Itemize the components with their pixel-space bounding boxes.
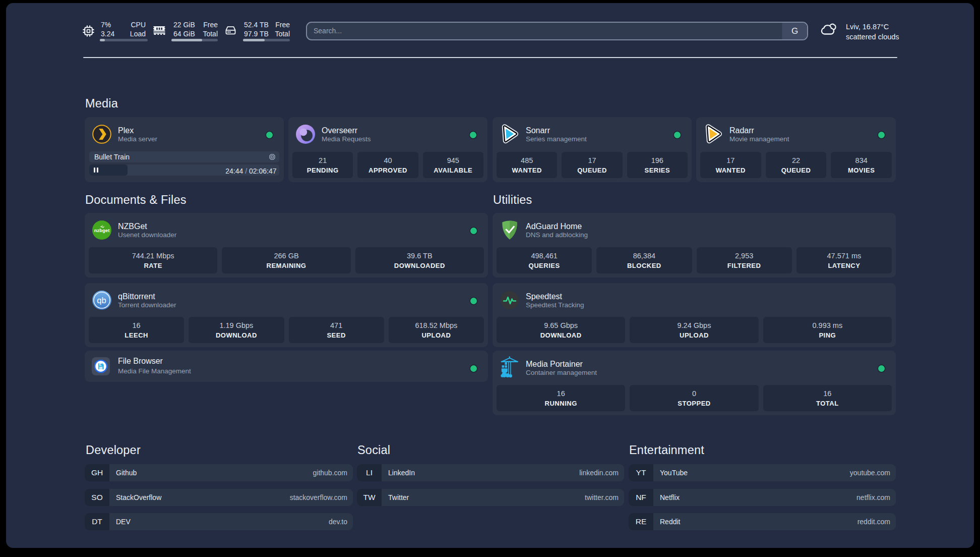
svg-text:nzbget: nzbget xyxy=(94,228,110,233)
svg-text:qb: qb xyxy=(97,296,106,305)
